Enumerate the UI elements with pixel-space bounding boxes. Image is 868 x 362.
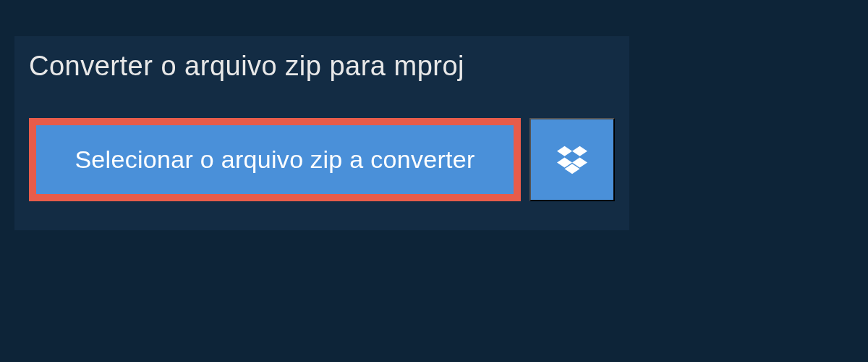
dropbox-icon (557, 145, 587, 175)
select-file-button[interactable]: Selecionar o arquivo zip a converter (29, 118, 521, 201)
converter-panel: Converter o arquivo zip para mproj Selec… (14, 36, 629, 230)
button-row: Selecionar o arquivo zip a converter (14, 96, 629, 230)
title-bar: Converter o arquivo zip para mproj (14, 36, 479, 96)
page-title: Converter o arquivo zip para mproj (29, 51, 464, 82)
dropbox-button[interactable] (529, 118, 615, 201)
